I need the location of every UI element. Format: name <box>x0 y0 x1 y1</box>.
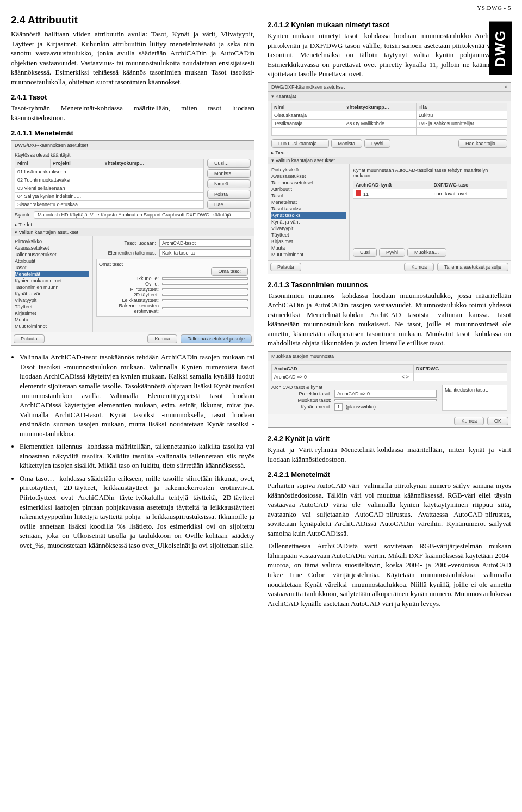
dst-cell[interactable] <box>413 373 507 381</box>
own-layer-button[interactable]: Oma taso: <box>211 267 248 276</box>
section-tiedot[interactable]: Tiedot <box>275 150 289 156</box>
tree-node[interactable]: Piirtoyksikkö <box>15 238 89 245</box>
settings-tree[interactable]: PiirtoyksikköAvausasetuksetTallennusaset… <box>268 164 350 260</box>
drawfills-field[interactable] <box>162 288 248 290</box>
save-close-button[interactable]: Tallenna asetukset ja sulje <box>181 334 252 343</box>
section-valitun[interactable]: Valitun kääntäjän asetukset <box>19 230 78 235</box>
wipe-button[interactable]: Pyyhi <box>379 248 405 257</box>
search-translators-button[interactable]: Hae kääntäjiä… <box>458 139 507 148</box>
delete-button[interactable]: Poista <box>207 190 251 199</box>
tree-node[interactable]: Tasot <box>271 193 346 199</box>
src-cell[interactable]: ArchiCAD => 0 <box>272 373 397 381</box>
tree-node[interactable]: Täytteet <box>271 232 346 238</box>
project-layers-dropdown[interactable]: ArchiCAD => 0 <box>334 390 437 398</box>
tree-node[interactable]: Tasot tasoiksi <box>271 206 346 212</box>
edit-button[interactable]: Muokkaa… <box>407 248 446 257</box>
label-2d: 2D-täytteet: <box>99 292 159 297</box>
settings-tree[interactable]: PiirtoyksikköAvausasetuksetTallennusaset… <box>11 236 93 332</box>
windows-field[interactable] <box>162 277 248 280</box>
tree-node[interactable]: Avausasetukset <box>15 245 89 251</box>
wipe-button[interactable]: Pyyhi <box>364 139 390 148</box>
new-translator-button[interactable]: Luo uusi kääntäjä… <box>271 139 329 148</box>
pen-cell[interactable]: 11 <box>353 189 431 198</box>
layers-from-dropdown[interactable]: ArchiCAD-tasot <box>159 239 251 247</box>
col-projekti[interactable]: Projekti <box>50 159 102 168</box>
restore-button[interactable]: Palauta <box>14 334 45 343</box>
cancel-button[interactable]: Kumoa <box>454 417 484 425</box>
col-dxf-layer: DXF/DWG-taso <box>431 181 507 189</box>
tree-node[interactable]: Avausasetukset <box>271 173 346 179</box>
skin-sep-field[interactable] <box>162 307 248 309</box>
duplicate-button[interactable]: Monista <box>207 169 251 178</box>
location-label: Sijainti: <box>15 212 30 218</box>
tree-node[interactable]: Muut toiminnot <box>271 251 346 258</box>
close-icon[interactable]: × <box>505 84 507 90</box>
bullet-1: Valinnalla ArchiCAD-tasot tasokäännös te… <box>20 352 254 438</box>
browse-button[interactable]: Hae… <box>207 200 251 209</box>
section-valitun[interactable]: Valitun kääntäjän asetukset <box>276 158 335 163</box>
tree-node[interactable]: Tallennusasetukset <box>15 251 89 258</box>
list-item[interactable]: 01 Lisämuokkaukseen <box>15 168 204 176</box>
tree-node[interactable]: Kynät ja värit <box>15 290 89 297</box>
section-kaantajat[interactable]: Kääntäjät <box>276 94 296 99</box>
tree-node[interactable]: Muut toiminnot <box>15 323 89 330</box>
tree-node[interactable]: Kynät ja värit <box>271 219 346 225</box>
tree-node[interactable]: Kynien mukaan nimet <box>15 277 89 284</box>
section-tiedot[interactable]: Tiedot <box>18 222 32 227</box>
cancel-button[interactable]: Kumoa <box>404 263 434 271</box>
dialog-title: Muokkaa tasojen muunnosta <box>271 354 334 359</box>
save-close-button[interactable]: Tallenna asetukset ja sulje <box>437 263 508 271</box>
table-row[interactable]: Oletuskääntäjä <box>272 111 344 119</box>
table-row[interactable]: Testikääntäjä <box>272 119 344 127</box>
tree-node[interactable]: Muuta <box>271 245 346 251</box>
table-row[interactable]: Testikääntäjä_kopio <box>272 127 344 135</box>
tree-node[interactable]: Muuta <box>15 317 89 323</box>
tree-node[interactable]: Tasonnimien muunn <box>15 284 89 290</box>
tree-node[interactable]: Attribuutit <box>271 186 346 193</box>
cancel-button[interactable]: Kumoa <box>147 334 177 343</box>
tree-node[interactable]: Kirjasimet <box>271 238 346 245</box>
new-button[interactable]: Uusi… <box>207 159 251 168</box>
new-button[interactable]: Uusi <box>353 248 377 257</box>
col-nimi[interactable]: Nimi <box>15 159 51 168</box>
tree-node[interactable]: Täytteet <box>15 303 89 310</box>
heading-2-4-1-2: 2.4.1.2 Kynien mukaan nimetyt tasot <box>268 21 511 29</box>
tree-node[interactable]: Viivatyypit <box>15 297 89 303</box>
tree-node[interactable]: Kynät tasoiksi <box>271 212 346 219</box>
tree-node[interactable]: Menetelmät <box>271 199 346 206</box>
side-badge-dwg: DWG <box>489 22 512 75</box>
tree-node[interactable]: Tallennusasetukset <box>271 179 346 186</box>
layer-cell[interactable]: purettavat_ovet <box>431 189 507 198</box>
col-yhteistyo[interactable]: Yhteistyökump… <box>102 159 203 168</box>
list-item[interactable]: Sisäänrakennettu oletuskää… <box>15 201 204 209</box>
tree-node[interactable]: Menetelmät <box>15 271 89 277</box>
label-rakenne: Rakennekerrosten erotinviivat: <box>99 303 159 314</box>
pen-number-field[interactable]: 1 <box>334 403 343 411</box>
fills2d-field[interactable] <box>162 294 248 296</box>
list-item[interactable]: 02 Tuonti muokattavaksi <box>15 176 204 184</box>
col-tila[interactable]: Tila <box>416 103 507 111</box>
modified-layers-dropdown[interactable] <box>334 399 437 401</box>
tree-node[interactable]: Kirjasimet <box>15 310 89 317</box>
col-yht[interactable]: Yhteistyökumpp… <box>344 103 416 111</box>
cutfills-field[interactable] <box>162 299 248 301</box>
tree-node[interactable]: Tasot <box>15 264 89 271</box>
label-kynanumerot: Kynänumerot: <box>271 404 331 410</box>
element-save-dropdown[interactable]: Kaikilta tasoilta <box>159 249 251 257</box>
duplicate-button[interactable]: Monista <box>331 139 363 148</box>
cell: As Oy Mallikohde <box>344 119 416 127</box>
tree-node[interactable]: Viivatyypit <box>271 225 346 232</box>
location-field[interactable]: Macintosh HD:Käyttäjät:Ville:Kirjasto:Ap… <box>34 211 251 219</box>
heading-2-4-2-1: 2.4.2.1 Menetelmät <box>268 470 511 479</box>
tree-node[interactable]: Piirtoyksikkö <box>271 166 346 173</box>
section-label: Käytössä olevat kääntäjät <box>11 150 254 159</box>
list-item[interactable]: 04 Säilytä kynien indeksinu… <box>15 193 204 201</box>
ok-button[interactable]: OK <box>487 417 508 425</box>
list-item[interactable]: 03 Vienti sellaisenaan <box>15 184 204 192</box>
doors-field[interactable] <box>162 283 248 285</box>
dialog-title: DWG/DXF-käännöksen asetukset <box>15 142 88 148</box>
tree-node[interactable]: Attribuutit <box>15 258 89 264</box>
rename-button[interactable]: Nimeä… <box>207 179 251 188</box>
restore-button[interactable]: Palauta <box>270 263 301 271</box>
col-nimi[interactable]: Nimi <box>272 103 344 111</box>
